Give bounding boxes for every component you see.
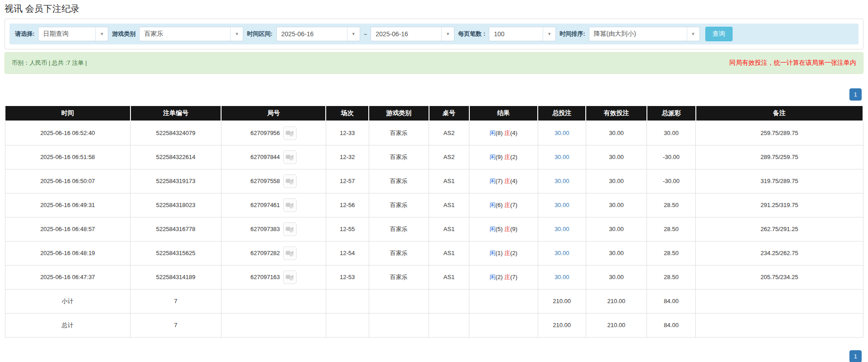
video-replay-button[interactable]	[283, 150, 297, 164]
video-replay-icon	[285, 225, 294, 233]
cell-total-bet: 30.00	[538, 217, 586, 241]
cell-note: 291.25/319.75	[696, 193, 863, 217]
time-sort-value: 降冪(由大到小)	[589, 30, 687, 38]
column-header: 总投注	[538, 106, 586, 121]
chevron-down-icon[interactable]: ▼	[543, 27, 555, 41]
cell-note: 234.25/262.75	[696, 241, 863, 265]
total-bet-link[interactable]: 30.00	[555, 226, 569, 232]
cell-note: 259.75/289.75	[696, 121, 863, 145]
cell-session: 12-32	[326, 145, 369, 169]
cell-bet-id: 522584315625	[130, 241, 222, 265]
total-bet-link[interactable]: 30.00	[555, 154, 569, 160]
table-row[interactable]: 2025-06-16 06:50:07522584319173627097558…	[5, 169, 863, 193]
table-row[interactable]: 2025-06-16 06:48:19522584315625627097282…	[5, 241, 863, 265]
cell-table-no: AS1	[429, 217, 469, 241]
result-player-points: (2)	[496, 274, 505, 280]
cell-table-no: AS2	[429, 145, 469, 169]
total-bet-link[interactable]: 30.00	[555, 130, 569, 136]
time-sort-label: 时间排序:	[559, 30, 585, 38]
round-id-text: 627097163	[251, 274, 280, 280]
chevron-down-icon[interactable]: ▼	[95, 27, 108, 41]
video-replay-button[interactable]	[283, 198, 297, 212]
cell-bet-id: 522584324079	[130, 121, 222, 145]
subtotal-row: 小计 7 210.00 210.00 84.00	[5, 289, 863, 313]
table-row[interactable]: 2025-06-16 06:52:40522584324079627097956…	[5, 121, 863, 145]
result-banker-label: 庄	[504, 274, 510, 280]
result-banker-points: (2)	[510, 250, 517, 256]
cell-result: 闲(7) 庄(4)	[469, 169, 538, 193]
time-sort-select[interactable]: 降冪(由大到小) ▼	[589, 27, 700, 41]
chevron-down-icon[interactable]: ▼	[230, 27, 243, 41]
per-page-select[interactable]: 100 ▼	[489, 27, 556, 41]
date-from-select[interactable]: 2025-06-16 ▼	[276, 27, 360, 41]
total-bet-link[interactable]: 30.00	[555, 202, 569, 208]
summary-alert: 币别：人民币 | 总共 :7 注单 | 同局有效投注，统一计算在该局第一张注单内	[5, 52, 863, 74]
table-row[interactable]: 2025-06-16 06:47:37522584314189627097163…	[5, 265, 863, 289]
cell-result: 闲(5) 庄(9)	[469, 217, 538, 241]
table-row[interactable]: 2025-06-16 06:49:31522584318023627097461…	[5, 193, 863, 217]
cell-payout: 28.50	[647, 265, 696, 289]
chevron-down-icon[interactable]: ▼	[347, 27, 360, 41]
column-header: 备注	[696, 106, 863, 121]
result-player-points: (9)	[496, 154, 505, 160]
result-player-label: 闲	[490, 202, 496, 208]
table-header: 时间注单编号局号场次游戏类别桌号结果总投注有效投注总派彩备注	[5, 106, 863, 121]
result-player-label: 闲	[490, 154, 496, 160]
result-player-label: 闲	[490, 226, 496, 232]
cell-bet-id: 522584319173	[130, 169, 222, 193]
video-replay-button[interactable]	[283, 222, 297, 236]
cell-time: 2025-06-16 06:48:57	[5, 217, 130, 241]
cell-table-no: AS1	[429, 193, 469, 217]
filter-panel: 请选择: 日期查询 ▼ 游戏类别 百家乐 ▼ 时间区间: 2025-06-16 …	[5, 19, 863, 49]
page-title: 视讯 会员下注纪录	[5, 3, 868, 15]
cell-session: 12-55	[326, 217, 369, 241]
cell-bet-id: 522584318023	[130, 193, 222, 217]
chevron-down-icon[interactable]: ▼	[687, 27, 699, 41]
cell-session: 12-33	[326, 121, 369, 145]
table-row[interactable]: 2025-06-16 06:48:57522584316778627097383…	[5, 217, 863, 241]
cell-round-id: 627097282	[221, 241, 326, 265]
result-banker-label: 庄	[504, 154, 510, 160]
table-row[interactable]: 2025-06-16 06:51:58522584322614627097844…	[5, 145, 863, 169]
video-replay-icon	[285, 129, 294, 137]
cell-time: 2025-06-16 06:50:07	[5, 169, 130, 193]
column-header: 时间	[5, 106, 130, 121]
subtotal-payout: 84.00	[647, 289, 696, 313]
cell-note: 262.75/291.25	[696, 217, 863, 241]
result-player-label: 闲	[490, 250, 496, 256]
video-replay-icon	[285, 177, 294, 185]
cell-valid-bet: 30.00	[586, 193, 646, 217]
total-bet-link[interactable]: 30.00	[555, 178, 569, 184]
video-replay-button[interactable]	[283, 174, 297, 188]
page-1-button[interactable]: 1	[849, 88, 862, 101]
result-player-points: (1)	[496, 250, 505, 256]
column-header: 注单编号	[130, 106, 222, 121]
cell-payout: 30.00	[647, 121, 696, 145]
cell-total-bet: 30.00	[538, 169, 586, 193]
cell-result: 闲(9) 庄(2)	[469, 145, 538, 169]
game-type-select[interactable]: 百家乐 ▼	[139, 27, 243, 41]
total-bet-link[interactable]: 30.00	[555, 274, 569, 280]
cell-table-no: AS1	[429, 241, 469, 265]
cell-total-bet: 30.00	[538, 193, 586, 217]
query-type-select[interactable]: 日期查询 ▼	[38, 27, 108, 41]
cell-payout: 28.50	[647, 193, 696, 217]
cell-round-id: 627097844	[221, 145, 326, 169]
result-banker-points: (7)	[510, 274, 517, 280]
video-replay-button[interactable]	[283, 126, 297, 140]
chevron-down-icon[interactable]: ▼	[441, 27, 454, 41]
result-player-points: (6)	[496, 202, 505, 208]
game-type-value: 百家乐	[140, 30, 230, 38]
total-payout: 84.00	[647, 313, 696, 337]
date-to-select[interactable]: 2025-06-16 ▼	[371, 27, 454, 41]
cell-total-bet: 30.00	[538, 121, 586, 145]
video-replay-button[interactable]	[283, 270, 297, 284]
cell-time: 2025-06-16 06:47:37	[5, 265, 130, 289]
total-bet-link[interactable]: 30.00	[555, 250, 569, 256]
per-page-label: 每页笔数 :	[458, 30, 485, 38]
cell-round-id: 627097956	[221, 121, 326, 145]
cell-game-type: 百家乐	[369, 169, 429, 193]
search-button[interactable]: 查询	[705, 27, 733, 41]
video-replay-button[interactable]	[283, 246, 297, 260]
page-1-button[interactable]: 1	[849, 350, 862, 362]
